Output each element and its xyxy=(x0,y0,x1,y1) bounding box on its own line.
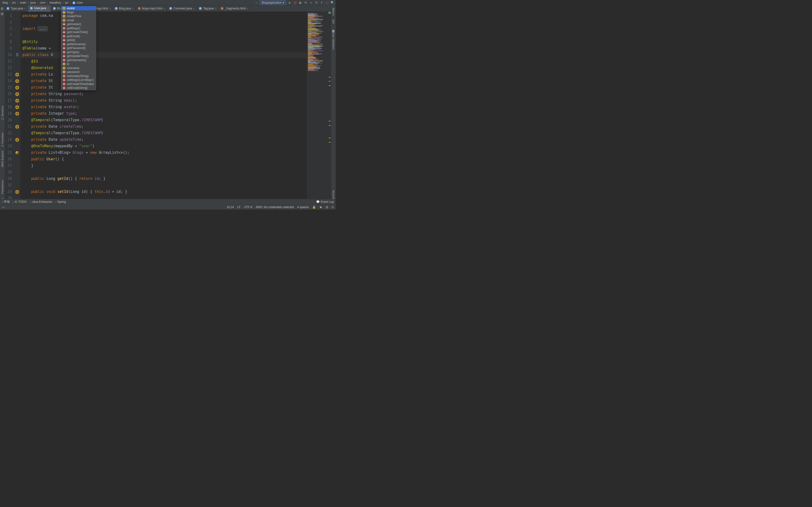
bean-validation-tool-label[interactable]: Bean Validation xyxy=(332,32,335,50)
breadcrumb-item[interactable]: src xyxy=(11,1,17,4)
line-separator[interactable]: LF xyxy=(237,206,241,209)
warning-stripe-mark[interactable] xyxy=(329,121,331,121)
code-line[interactable]: @Temporal(TemporalType.TIMESTAMP) xyxy=(22,117,305,123)
autocomplete-item[interactable]: msetAvatar(String) xyxy=(61,74,96,78)
autocomplete-item[interactable]: mgetType() xyxy=(61,50,96,54)
code-line[interactable]: public void setId(Long id) { this.id = i… xyxy=(22,188,305,195)
update-icon[interactable]: ⬆ xyxy=(320,1,323,5)
code-line[interactable]: private String password; xyxy=(22,91,305,97)
code-line[interactable] xyxy=(22,195,305,199)
field-mark-icon[interactable]: a xyxy=(15,99,19,103)
editor-tab[interactable]: CTag.java× xyxy=(197,5,219,11)
warning-stripe-mark[interactable] xyxy=(329,77,331,77)
code-line[interactable]: } xyxy=(22,163,305,169)
persistence-tool-label[interactable]: Persistence xyxy=(1,180,4,194)
git-icon[interactable]: ⎘ xyxy=(314,1,318,5)
profiler-icon[interactable]: ⟳ xyxy=(304,1,308,5)
close-tab-icon[interactable]: × xyxy=(193,7,195,10)
grazie-icon[interactable]: G xyxy=(332,206,334,209)
error-stripe[interactable] xyxy=(328,12,331,199)
autocomplete-item[interactable]: mgetBlogs() xyxy=(61,26,96,31)
bookmarks-tool-icon[interactable]: ▤ xyxy=(1,12,4,15)
warning-stripe-mark[interactable] xyxy=(329,125,331,126)
autocomplete-item[interactable]: mgetEmail() xyxy=(61,34,96,38)
entity-mark-icon[interactable]: 🗄 xyxy=(15,52,19,58)
editor-tab[interactable]: CUser.java× xyxy=(28,5,51,11)
structure-tool-label[interactable]: Z: Structure xyxy=(1,106,4,119)
autocomplete-item[interactable]: msetCreateTime(Date) xyxy=(61,82,96,86)
autocomplete-item[interactable]: mgetPassword() xyxy=(61,46,96,50)
autocomplete-item[interactable]: msetBlogs(List<Blog>) xyxy=(61,78,96,82)
close-tab-icon[interactable]: × xyxy=(24,7,26,10)
project-tool-icon[interactable]: ▥ xyxy=(1,7,4,10)
ant-tool-label[interactable]: Ant xyxy=(332,19,335,24)
debug-icon[interactable]: 🐞 xyxy=(293,1,297,5)
breadcrumb-class[interactable]: C User xyxy=(71,1,84,4)
breadcrumb-item[interactable]: com xyxy=(39,1,46,4)
code-line[interactable]: private String avatar; xyxy=(22,104,305,110)
code-line[interactable]: private Date updateTime; xyxy=(22,136,305,143)
inspection-icon[interactable]: ☻ xyxy=(319,206,322,209)
autocomplete-item[interactable]: mgetCreateTime() xyxy=(61,30,96,34)
code-minimap[interactable] xyxy=(307,12,331,199)
breadcrumb-item[interactable]: nasaiboy xyxy=(48,1,62,4)
close-tab-icon[interactable]: × xyxy=(247,7,248,10)
bottom-tool-button[interactable]: ▫Spring xyxy=(56,200,66,204)
bottom-tool-button[interactable]: ▫终端 xyxy=(2,200,10,204)
code-line[interactable]: public Long getId() { return id; } xyxy=(22,175,305,182)
close-tab-icon[interactable]: × xyxy=(132,7,134,10)
code-line[interactable]: private String email; xyxy=(22,97,305,104)
bottom-tool-button[interactable]: ▫6: TODO xyxy=(13,200,27,204)
run-icon[interactable]: ▶ xyxy=(288,1,292,5)
close-tab-icon[interactable]: × xyxy=(47,7,49,10)
field-mark-icon[interactable]: a xyxy=(15,190,19,194)
run-configuration-selector[interactable]: BlogApplication ▾ xyxy=(260,0,286,5)
warning-stripe-mark[interactable] xyxy=(329,137,331,138)
editor-tab[interactable]: CComment.java× xyxy=(167,5,197,11)
autocomplete-item[interactable]: mgetUpdateTime() xyxy=(61,54,96,58)
editor-tab[interactable]: ◊blogs-input.html× xyxy=(136,5,167,11)
aws-explorer-tool-label[interactable]: AWS Explorer xyxy=(1,151,4,167)
autocomplete-item[interactable]: favatar xyxy=(61,6,96,10)
bean-mark-icon[interactable] xyxy=(15,151,19,155)
build-icon[interactable]: ↘ xyxy=(254,1,258,5)
autocomplete-item[interactable]: fid xyxy=(61,62,96,66)
autocomplete-item[interactable]: mgetNickname() xyxy=(61,42,96,46)
autocomplete-item[interactable]: fcreateTime xyxy=(61,14,96,18)
breadcrumb-item[interactable]: java xyxy=(30,1,37,4)
stop-icon[interactable]: ■ xyxy=(309,1,313,5)
maven-tool-label[interactable]: Maven xyxy=(332,8,335,16)
breadcrumb-item[interactable]: main xyxy=(19,1,27,4)
autocomplete-item[interactable]: fblogs xyxy=(61,10,96,14)
code-line[interactable]: private Date createTime; xyxy=(22,123,305,130)
breadcrumb-item[interactable]: blog xyxy=(1,1,9,4)
autocomplete-item[interactable]: mgetUsername() xyxy=(61,58,96,62)
autocomplete-item[interactable]: femail xyxy=(61,18,96,22)
warning-stripe-mark[interactable] xyxy=(329,81,331,81)
search-icon[interactable]: 🔍 xyxy=(331,1,334,5)
coverage-icon[interactable]: ◐ xyxy=(298,1,302,5)
editor-tab[interactable]: ◊_fragments.html× xyxy=(219,5,250,11)
breadcrumb-item[interactable]: po xyxy=(64,1,69,4)
status-left-icon[interactable]: ▭ xyxy=(2,206,5,209)
file-encoding[interactable]: UTF-8 xyxy=(244,206,252,209)
code-line[interactable] xyxy=(22,169,305,175)
close-tab-icon[interactable]: × xyxy=(164,7,165,10)
warning-stripe-mark[interactable] xyxy=(329,85,331,86)
autocomplete-item[interactable]: fpassword xyxy=(61,70,96,74)
field-mark-icon[interactable]: a xyxy=(15,138,19,142)
field-mark-icon[interactable]: a xyxy=(15,125,19,129)
field-mark-icon[interactable]: a xyxy=(15,73,19,76)
close-tab-icon[interactable]: × xyxy=(215,7,216,10)
field-mark-icon[interactable]: a xyxy=(15,112,19,116)
autocomplete-popup[interactable]: favatarfblogsfcreateTimefemailmgetAvatar… xyxy=(61,6,96,90)
warning-stripe-mark[interactable] xyxy=(329,142,331,143)
memory-icon[interactable]: ⊟ xyxy=(326,206,328,209)
analysis-ok-icon[interactable] xyxy=(328,12,331,14)
editor-tab[interactable]: CBlog.java× xyxy=(113,5,136,11)
event-log-button[interactable]: 💬Event Log xyxy=(316,200,334,204)
lock-icon[interactable]: 🔒 xyxy=(312,206,316,209)
caret-position[interactable]: 10:14 xyxy=(227,206,234,209)
code-line[interactable]: @Temporal(TemporalType.TIMESTAMP) xyxy=(22,130,305,136)
field-mark-icon[interactable]: a xyxy=(15,92,19,96)
